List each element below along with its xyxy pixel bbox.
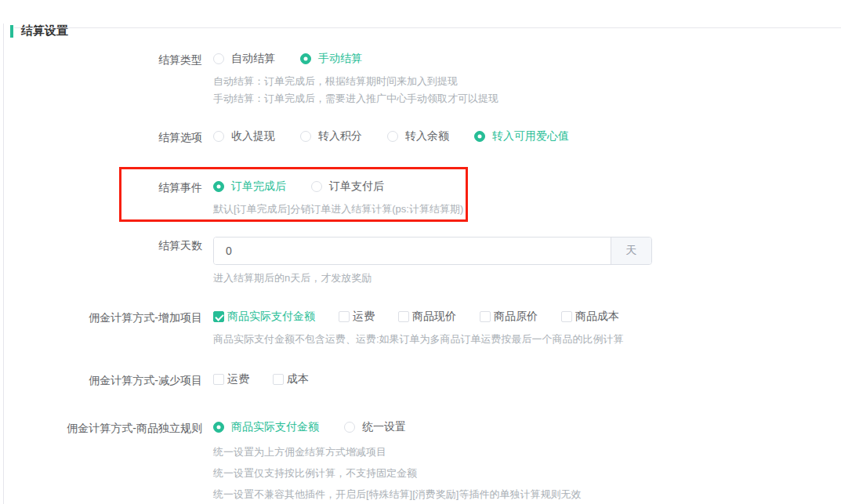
checkbox-checked-icon: [213, 311, 224, 322]
checkbox-actual-paid-amount[interactable]: 商品实际支付金额: [213, 310, 315, 324]
settle-option-label: 结算选项: [0, 129, 202, 145]
radio-checked-icon: [300, 53, 311, 64]
checkbox-sub-shipping-fee[interactable]: 运费: [213, 372, 249, 386]
form-row-commission-sub: 佣金计算方式-减少项目 运费 成本: [0, 372, 841, 388]
radio-icon: [300, 131, 311, 142]
radio-to-points[interactable]: 转入积分: [300, 129, 362, 143]
settle-days-unit: 天: [611, 237, 651, 264]
settings-form: 结算类型 自动结算 手动结算 自动结算：订单完成后，根据结算期时间来加入到提现 …: [0, 51, 841, 504]
checkbox-current-price[interactable]: 商品现价: [398, 310, 456, 324]
settle-type-label: 结算类型: [0, 51, 202, 67]
radio-icon: [213, 131, 224, 142]
settle-type-help-2: 手动结算：订单完成后，需要进入推广中心手动领取才可以提现: [213, 90, 841, 107]
settle-days-input[interactable]: [214, 237, 611, 264]
settle-days-label: 结算天数: [0, 237, 202, 253]
checkbox-icon: [213, 374, 224, 385]
section-header: 结算设置: [10, 24, 841, 38]
checkbox-icon: [561, 311, 572, 322]
section-title: 结算设置: [21, 24, 68, 38]
form-row-settle-type: 结算类型 自动结算 手动结算 自动结算：订单完成后，根据结算期时间来加入到提现 …: [0, 51, 841, 107]
form-row-commission-add: 佣金计算方式-增加项目 商品实际支付金额 运费 商品现价: [0, 309, 841, 348]
left-divider: [3, 24, 4, 504]
form-row-commission-rule: 佣金计算方式-商品独立规则 商品实际支付金额 统一设置 统一设置为上方佣金结算方…: [0, 419, 841, 504]
radio-checked-icon: [213, 181, 224, 192]
commission-add-label: 佣金计算方式-增加项目: [0, 309, 202, 325]
settle-days-input-group: 天: [213, 237, 652, 265]
form-row-settle-option: 结算选项 收入提现 转入积分 转入余额: [0, 129, 841, 145]
radio-rule-actual-paid[interactable]: 商品实际支付金额: [213, 420, 319, 434]
radio-order-paid[interactable]: 订单支付后: [311, 179, 384, 194]
radio-icon: [344, 422, 355, 433]
checkbox-icon: [339, 311, 350, 322]
radio-icon: [311, 181, 322, 192]
radio-manual-settle[interactable]: 手动结算: [300, 52, 362, 66]
radio-to-love-value[interactable]: 转入可用爱心值: [474, 129, 569, 143]
commission-rule-label: 佣金计算方式-商品独立规则: [0, 419, 202, 436]
checkbox-icon: [480, 311, 491, 322]
radio-checked-icon: [213, 422, 224, 433]
form-row-settle-event: 结算事件 订单完成后 订单支付后 默认[订单完成后]分销订单进入结算计算(ps:…: [0, 179, 841, 218]
commission-sub-label: 佣金计算方式-减少项目: [0, 372, 202, 388]
settle-event-help: 默认[订单完成后]分销订单进入结算计算(ps:计算结算期): [213, 201, 841, 218]
radio-rule-unified[interactable]: 统一设置: [344, 420, 406, 434]
commission-add-help: 商品实际支付金额不包含运费、运费:如果订单为多商品订单运费按最后一个商品的比例计…: [213, 331, 841, 348]
radio-auto-settle[interactable]: 自动结算: [213, 52, 275, 66]
checkbox-original-price[interactable]: 商品原价: [480, 310, 538, 324]
commission-rule-help-2: 统一设置仅支持按比例计算，不支持固定金额: [213, 462, 841, 484]
commission-rule-help-3: 统一设置不兼容其他插件，开启后[特殊结算][消费奖励]等插件的单独计算规则无效: [213, 484, 841, 504]
settlement-settings-page: 结算设置 结算类型 自动结算 手动结算 自动结算：订单完成后，根据结算期时间: [0, 24, 841, 504]
checkbox-icon: [273, 374, 284, 385]
radio-checked-icon: [474, 131, 485, 142]
settle-event-label: 结算事件: [0, 179, 202, 195]
checkbox-icon: [398, 311, 409, 322]
commission-rule-help-1: 统一设置为上方佣金结算方式增减项目: [213, 441, 841, 462]
radio-icon: [213, 53, 224, 64]
settle-days-help: 进入结算期后的n天后，才发放奖励: [213, 270, 841, 287]
top-divider: [14, 27, 841, 28]
radio-to-balance[interactable]: 转入余额: [387, 129, 449, 143]
checkbox-sub-cost[interactable]: 成本: [273, 372, 309, 386]
radio-icon: [387, 131, 398, 142]
settle-type-help-1: 自动结算：订单完成后，根据结算期时间来加入到提现: [213, 73, 841, 90]
form-row-settle-days: 结算天数 天 进入结算期后的n天后，才发放奖励: [0, 237, 841, 287]
radio-order-completed[interactable]: 订单完成后: [213, 179, 286, 194]
radio-income-withdraw[interactable]: 收入提现: [213, 129, 275, 143]
section-accent-bar: [10, 25, 13, 38]
checkbox-product-cost[interactable]: 商品成本: [561, 310, 619, 324]
checkbox-shipping-fee[interactable]: 运费: [339, 310, 375, 324]
